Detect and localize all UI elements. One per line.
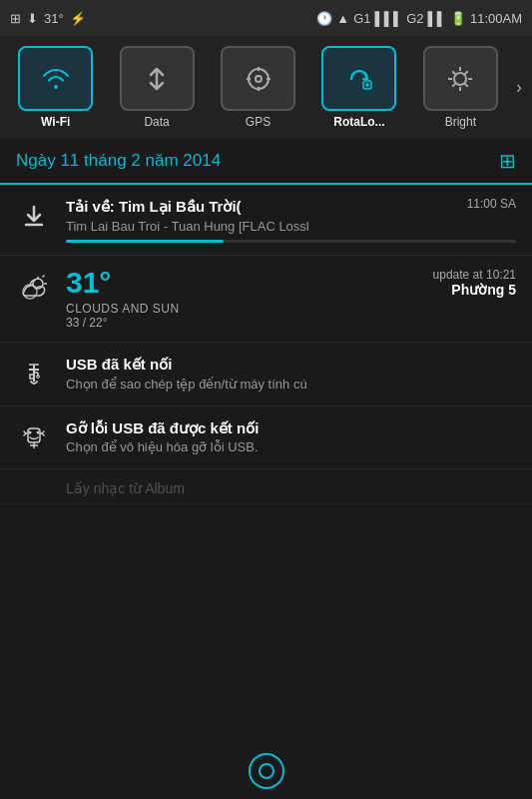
notifications-panel: Tải về: Tim Lại Bầu Trời( 11:00 SA Tim L… xyxy=(0,185,532,504)
qs-gps-label: GPS xyxy=(246,115,270,129)
usb-debug-title: Gỡ lỗi USB đã được kết nối xyxy=(66,418,516,438)
qs-wifi[interactable]: Wi-Fi xyxy=(8,46,103,129)
svg-point-33 xyxy=(37,430,40,433)
battery-icon: 🔋 xyxy=(450,11,466,26)
g2-label: G2 xyxy=(406,11,423,26)
usb-notification[interactable]: USB đã kết nối Chọn để sao chép tệp đến/… xyxy=(0,343,532,405)
filter-icon[interactable]: ⊞ xyxy=(499,149,516,173)
weather-notification[interactable]: 31° update at 10:21 Phường 5 CLOUDS AND … xyxy=(0,256,532,343)
svg-line-23 xyxy=(43,276,45,278)
g1-label: G1 xyxy=(353,11,370,26)
download-status-icon: ⬇ xyxy=(27,11,38,26)
download-title: Tải về: Tim Lại Bầu Trời( xyxy=(66,197,242,217)
quick-settings-panel: Wi-Fi Data GPS xyxy=(0,36,532,139)
download-notification[interactable]: Tải về: Tim Lại Bầu Trời( 11:00 SA Tim L… xyxy=(0,185,532,256)
svg-rect-26 xyxy=(30,375,34,379)
qs-wifi-label: Wi-Fi xyxy=(41,115,70,129)
date-text: Ngày 11 tháng 2 năm 2014 xyxy=(16,151,221,171)
usb-sub: Chọn để sao chép tệp đến/từ máy tính cú xyxy=(66,377,516,394)
download-icon xyxy=(16,199,52,235)
qs-gps-button[interactable] xyxy=(221,46,295,111)
download-sub: Tim Lai Bau Troi - Tuan Hung [FLAC Lossl xyxy=(66,219,516,236)
status-right: 🕐 ▲ G1 ▌▌▌ G2 ▌▌ 🔋 11:00AM xyxy=(316,11,522,26)
home-button[interactable] xyxy=(249,753,284,789)
time-display: 11:00AM xyxy=(470,11,522,26)
qs-data-button[interactable] xyxy=(120,46,195,111)
qs-rota-label: RotaLo... xyxy=(333,115,384,129)
qs-data-label: Data xyxy=(144,115,169,129)
svg-line-16 xyxy=(465,71,468,74)
qs-bright-label: Bright xyxy=(445,115,476,129)
usb-title: USB đã kết nối xyxy=(66,355,516,375)
download-progress-fill xyxy=(66,240,224,243)
qs-gps[interactable]: GPS xyxy=(211,46,305,129)
status-bar: ⊞ ⬇ 31° ⚡ 🕐 ▲ G1 ▌▌▌ G2 ▌▌ 🔋 11:00AM xyxy=(0,0,532,36)
usb-debug-icon xyxy=(16,420,52,456)
download-header-row: Tải về: Tim Lại Bầu Trời( 11:00 SA xyxy=(66,197,516,217)
usb-debug-sub: Chọn để vô hiệu hóa gỡ lỗi USB. xyxy=(66,439,516,456)
weather-right: update at 10:21 Phường 5 xyxy=(433,268,516,298)
qs-rota[interactable]: RotaLo... xyxy=(311,46,406,129)
qs-chevron-icon[interactable]: › xyxy=(514,77,524,98)
svg-point-9 xyxy=(454,73,466,85)
svg-point-0 xyxy=(249,69,268,89)
download-time: 11:00 SA xyxy=(467,197,516,211)
usb-content: USB đã kết nối Chọn để sao chép tệp đến/… xyxy=(66,355,516,393)
weather-range: 33 / 22° xyxy=(66,316,516,330)
qs-rota-button[interactable] xyxy=(321,46,396,111)
svg-line-17 xyxy=(453,83,456,86)
svg-line-14 xyxy=(453,71,456,74)
svg-line-15 xyxy=(465,83,468,86)
blurred-notification: Lấy nhạc từ Album xyxy=(0,469,532,504)
download-content: Tải về: Tim Lại Bầu Trời( 11:00 SA Tim L… xyxy=(66,197,516,243)
clock-icon: 🕐 xyxy=(316,11,332,26)
temperature-display: 31° xyxy=(44,11,64,26)
blurred-text: Lấy nhạc từ Album xyxy=(66,480,185,496)
signal-bars-1: ▌▌▌ xyxy=(375,11,403,26)
weather-icon xyxy=(16,272,52,308)
qs-data[interactable]: Data xyxy=(109,46,204,129)
download-progress-bar xyxy=(66,240,516,243)
wifi-signal-icon: ▲ xyxy=(336,11,349,26)
weather-description: CLOUDS AND SUN xyxy=(66,302,516,316)
svg-point-1 xyxy=(256,76,262,82)
weather-update: update at 10:21 xyxy=(433,268,516,282)
qs-wifi-button[interactable] xyxy=(18,46,93,111)
screen-icon: ⊞ xyxy=(10,11,21,26)
home-dot-icon xyxy=(259,763,274,779)
weather-location: Phường 5 xyxy=(433,282,516,298)
qs-bright[interactable]: Bright xyxy=(413,46,508,129)
usb-status-icon: ⚡ xyxy=(70,11,86,26)
usb-debug-content: Gỡ lỗi USB đã được kết nối Chọn để vô hi… xyxy=(66,418,516,456)
svg-point-32 xyxy=(29,430,32,433)
usb-icon xyxy=(16,357,52,393)
qs-bright-button[interactable] xyxy=(423,46,498,111)
svg-rect-31 xyxy=(28,428,40,442)
usb-debug-notification[interactable]: Gỡ lỗi USB đã được kết nối Chọn để vô hi… xyxy=(0,406,532,469)
weather-content: 31° update at 10:21 Phường 5 CLOUDS AND … xyxy=(66,268,516,330)
weather-top-row: 31° update at 10:21 Phường 5 xyxy=(66,268,516,298)
signal-bars-2: ▌▌ xyxy=(428,11,446,26)
status-left: ⊞ ⬇ 31° ⚡ xyxy=(10,11,86,26)
weather-temp: 31° xyxy=(66,268,111,298)
date-row: Ngày 11 tháng 2 năm 2014 ⊞ xyxy=(0,139,532,185)
